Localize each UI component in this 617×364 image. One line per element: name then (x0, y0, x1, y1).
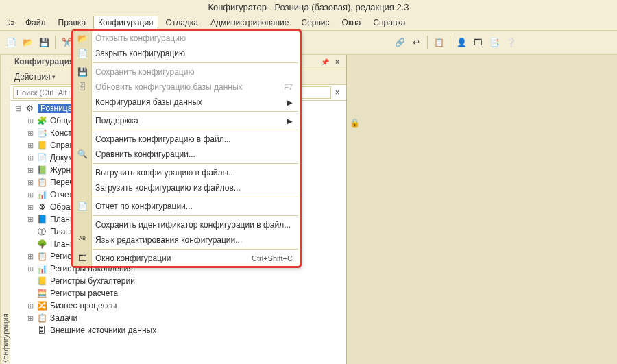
tb-user-icon[interactable]: 👤 (455, 36, 468, 49)
menu-windows[interactable]: Окна (337, 16, 366, 29)
actions-label: Действия (14, 72, 51, 82)
tree-item[interactable]: 🗄Внешние источники данных (10, 324, 346, 337)
dropdown-separator (93, 215, 298, 216)
dd-export-files[interactable]: Выгрузить конфигурацию в файлы... (73, 165, 300, 180)
report-icon: 📄 (77, 201, 88, 212)
compare-icon: 🔍 (77, 149, 88, 160)
menu-admin[interactable]: Администрирование (206, 16, 293, 29)
dd-support[interactable]: Поддержка ▶ (73, 113, 300, 128)
dd-shortcut: F7 (284, 83, 293, 91)
window-title: Конфигуратор - Розница (базовая), редакц… (0, 0, 617, 15)
tb-save-icon[interactable]: 💾 (37, 36, 51, 49)
expander-icon[interactable]: ⊞ (25, 313, 35, 323)
expander-icon[interactable] (25, 239, 35, 249)
plan-icon: 📘 (36, 214, 47, 225)
expander-icon[interactable]: ⊞ (25, 215, 35, 224)
dropdown-separator (93, 163, 298, 164)
journal-icon: 📗 (36, 165, 47, 175)
expander-icon[interactable]: ⊞ (25, 301, 35, 311)
register-icon: 📊 (36, 263, 47, 274)
tb-props-icon[interactable]: 📑 (487, 36, 501, 49)
expander-icon[interactable] (25, 227, 35, 236)
dd-save-id[interactable]: Сохранить идентификатор конфигурации в ф… (73, 217, 300, 232)
catalog-icon: 📒 (36, 140, 47, 151)
register-icon: 📒 (36, 276, 47, 287)
bp-icon: 🔀 (36, 300, 47, 311)
menu-debug[interactable]: Отладка (161, 16, 203, 29)
tb-copy2-icon[interactable]: 📋 (432, 36, 446, 49)
menu-help[interactable]: Справка (368, 16, 410, 29)
expander-icon[interactable]: ⊞ (25, 252, 35, 261)
register-icon: 🧮 (36, 288, 47, 299)
enum-icon: 📋 (36, 177, 47, 188)
expander-icon[interactable]: ⊞ (25, 178, 35, 187)
dd-close-config[interactable]: 📄 Закрыть конфигурацию (73, 46, 300, 61)
window-icon: 🗔 (77, 253, 88, 264)
dd-report[interactable]: 📄 Отчет по конфигурации... (73, 199, 300, 214)
tb-separator (427, 36, 428, 49)
document-icon: 📄 (36, 152, 47, 163)
tb-window-icon[interactable]: 🗔 (471, 36, 485, 49)
expander-icon[interactable] (25, 276, 35, 286)
tree-item[interactable]: 📒Регистры бухгалтерии (10, 275, 346, 287)
tree-item[interactable]: 🧮Регистры расчета (10, 287, 346, 300)
dd-db-config[interactable]: Конфигурация базы данных ▶ (73, 95, 300, 110)
tb-link-icon[interactable]: 🔗 (393, 36, 407, 49)
tree-item[interactable]: ⊞📋Задачи (10, 312, 346, 324)
dd-import-files[interactable]: Загрузить конфигурацию из файлов... (73, 180, 300, 195)
expander-icon[interactable]: ⊞ (25, 153, 35, 162)
panel-pin-icon[interactable]: 📌 (320, 57, 330, 66)
dd-update-db: 🗄 Обновить конфигурацию базы данных F7 (73, 80, 300, 95)
menu-edit[interactable]: Правка (53, 16, 91, 29)
dd-open-config: 📂 Открыть конфигурацию (73, 31, 300, 46)
folder-icon: 🧩 (36, 115, 47, 126)
expander-icon[interactable]: ⊞ (25, 165, 35, 175)
expander-icon[interactable] (25, 326, 35, 335)
expander-icon[interactable]: ⊟ (13, 104, 23, 113)
menu-file[interactable]: Файл (21, 16, 51, 29)
panel-close-icon[interactable]: × (332, 57, 342, 66)
expander-icon[interactable]: ⊞ (25, 128, 35, 138)
abc-icon: ᴬᴮ (77, 234, 88, 245)
content-area: 🔒 (347, 55, 617, 364)
dropdown-separator (93, 249, 298, 250)
task-icon: 📋 (36, 313, 47, 324)
tb-open-icon[interactable]: 📂 (21, 36, 34, 49)
expander-icon[interactable]: ⊞ (25, 141, 35, 150)
tree-item[interactable]: ⊞🔀Бизнес-процессы (10, 300, 346, 312)
dropdown-separator (93, 197, 298, 197)
dropdown-separator (93, 130, 298, 130)
lock-icon: 🔒 (350, 118, 360, 128)
dd-edit-lang[interactable]: ᴬᴮ Язык редактирования конфигурации... (73, 232, 300, 247)
actions-dropdown-icon: ▾ (52, 73, 56, 80)
tb-back-icon[interactable]: ↩ (409, 36, 423, 49)
expander-icon[interactable]: ⊞ (25, 264, 35, 274)
tb-help-icon[interactable]: ❔ (504, 36, 518, 49)
tb-cut-icon[interactable]: ✂️ (60, 36, 73, 49)
plan-icon: Ⓣ (36, 226, 47, 237)
submenu-arrow-icon: ▶ (287, 99, 293, 106)
panel-title: Конфигурация (14, 57, 74, 66)
dd-config-window[interactable]: 🗔 Окно конфигурации Ctrl+Shift+C (73, 251, 300, 266)
register-icon: 📋 (36, 251, 47, 262)
tb-separator (450, 36, 450, 49)
app-icon: 🗂 (7, 18, 15, 27)
const-icon: 📑 (36, 128, 47, 138)
config-icon: ⚙ (24, 103, 35, 114)
submenu-arrow-icon: ▶ (287, 117, 293, 125)
dd-compare[interactable]: 🔍 Сравнить конфигурации... (73, 147, 300, 162)
tb-separator (55, 36, 56, 49)
side-tab-config[interactable]: Конфигурация (0, 55, 10, 364)
expander-icon[interactable]: ⊞ (25, 190, 35, 199)
processing-icon: ⚙ (36, 202, 47, 213)
menu-config[interactable]: Конфигурация (93, 16, 158, 29)
menu-config-dropdown: 📂 Открыть конфигурацию 📄 Закрыть конфигу… (73, 30, 300, 267)
search-clear-icon[interactable]: × (331, 88, 343, 97)
menu-service[interactable]: Сервис (296, 16, 334, 29)
expander-icon[interactable] (25, 289, 35, 298)
expander-icon[interactable]: ⊞ (25, 116, 35, 125)
expander-icon[interactable]: ⊞ (25, 202, 35, 212)
dd-save-to-file[interactable]: Сохранить конфигурацию в файл... (73, 132, 300, 147)
tb-new-icon[interactable]: 📄 (4, 36, 18, 49)
dd-shortcut: Ctrl+Shift+C (252, 254, 293, 263)
